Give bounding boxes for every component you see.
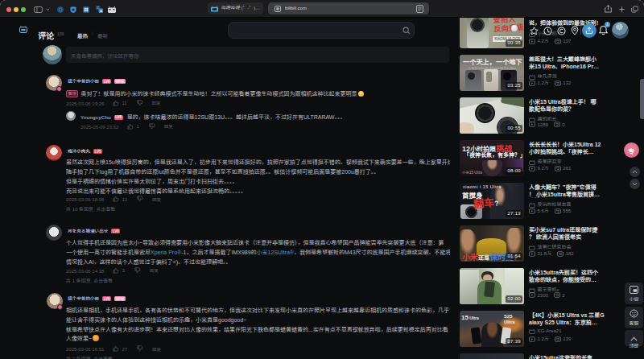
svg-text:A: A	[100, 9, 102, 13]
